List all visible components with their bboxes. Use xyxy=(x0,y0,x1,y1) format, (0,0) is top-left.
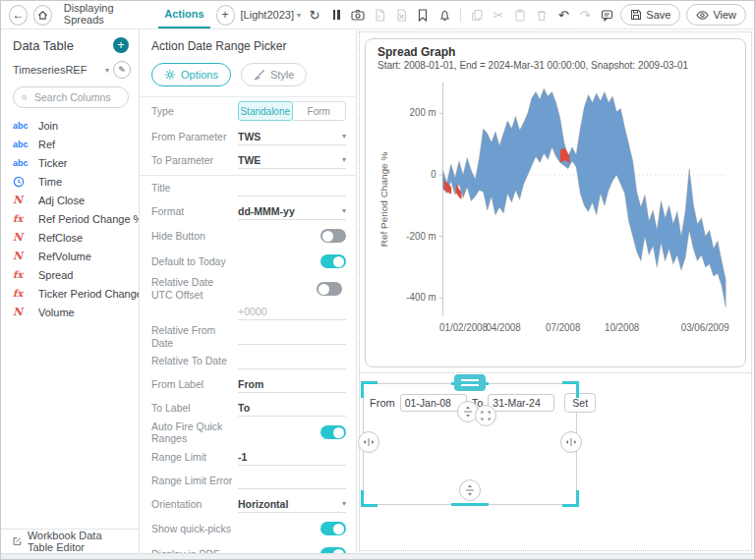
chevron-down-icon: ▾ xyxy=(342,155,346,164)
home-button[interactable] xyxy=(33,5,52,26)
relative-to-date-input[interactable] xyxy=(238,353,346,369)
selection-corner xyxy=(562,381,579,398)
paste-button xyxy=(512,6,528,24)
horizontal-scrollbar-track[interactable] xyxy=(1,553,754,559)
search-icon xyxy=(22,92,28,103)
svg-text:A: A xyxy=(378,15,380,20)
tab-style[interactable]: Style xyxy=(241,63,307,86)
column-item-volume[interactable]: NVolume xyxy=(1,303,139,321)
search-columns-input[interactable] xyxy=(32,90,120,104)
relative-date-utc-offset-toggle[interactable] xyxy=(317,282,342,296)
date-range-picker-part[interactable]: From To Set xyxy=(363,383,577,505)
numeric-column-icon: N xyxy=(13,250,32,262)
type-option-standalone[interactable]: Standalone xyxy=(238,101,293,121)
column-item-refvolume[interactable]: NRefVolume xyxy=(1,247,139,265)
to-date-input[interactable] xyxy=(488,394,554,412)
chevron-down-icon: ▾ xyxy=(342,132,346,140)
tab-actions[interactable]: Actions xyxy=(158,1,209,28)
from-label-input[interactable] xyxy=(238,376,346,393)
snapshot-button[interactable] xyxy=(350,6,366,24)
chevron-down-icon: ▾ xyxy=(342,206,346,215)
move-handle[interactable] xyxy=(454,374,486,391)
add-dashboard-button[interactable]: + xyxy=(216,5,235,26)
default-to-today-toggle[interactable] xyxy=(320,254,346,268)
field-title: Title xyxy=(140,176,356,199)
back-button[interactable]: ← xyxy=(9,5,28,26)
search-columns-box[interactable] xyxy=(13,86,129,108)
svg-text:01/02/2008: 01/02/2008 xyxy=(439,322,488,333)
bell-icon xyxy=(438,9,451,22)
column-item-time[interactable]: Time xyxy=(1,172,139,191)
bookmark-button[interactable] xyxy=(415,6,431,24)
range-limit-error-input[interactable] xyxy=(238,473,346,489)
column-item-refclose[interactable]: NRefClose xyxy=(1,228,139,247)
from-label: From xyxy=(370,397,395,409)
comment-icon xyxy=(601,9,613,22)
pause-button[interactable] xyxy=(328,6,344,24)
column-item-ticker-period-change[interactable]: fxTicker Period Change % xyxy=(1,284,139,303)
theme-selector[interactable]: [Light2023] ▾ xyxy=(241,9,301,21)
tab-displaying-spreads[interactable]: Displaying Spreads xyxy=(58,1,152,28)
add-data-table-button[interactable]: + xyxy=(113,37,129,53)
notifications-button[interactable] xyxy=(436,6,452,24)
data-table-title: Data Table xyxy=(13,38,74,53)
column-item-adj-close[interactable]: NAdj Close xyxy=(1,191,139,209)
to-parameter-select[interactable]: TWE▾ xyxy=(238,151,346,169)
chevron-down-icon[interactable]: ▾ xyxy=(105,66,109,75)
save-icon xyxy=(630,9,642,21)
spread-graph-card[interactable]: Spread Graph Start: 2008-01-01, End = 20… xyxy=(365,38,746,367)
save-label: Save xyxy=(646,9,670,21)
field-range-limit: Range Limit xyxy=(140,445,356,469)
column-item-ref-period-change[interactable]: fxRef Period Change % xyxy=(1,209,139,228)
eye-icon xyxy=(696,10,709,21)
data-table-name[interactable]: TimeseriesREF xyxy=(13,64,101,76)
field-auto-fire-quick-ranges: Auto Fire Quick Ranges xyxy=(140,420,356,445)
format-select[interactable]: dd-MMM-yy▾ xyxy=(238,202,346,220)
maximize-handle[interactable] xyxy=(475,405,496,426)
text-column-icon: abc xyxy=(13,140,32,149)
plus-icon: + xyxy=(117,38,124,52)
to-label-input[interactable] xyxy=(238,400,346,417)
split-bottom-handle[interactable] xyxy=(459,479,481,501)
split-horizontal-icon xyxy=(565,437,577,447)
column-item-join[interactable]: abcJoin xyxy=(1,116,139,135)
orientation-select[interactable]: Horizontal▾ xyxy=(238,495,346,513)
field-orientation: Orientation Horizontal▾ xyxy=(140,492,356,516)
svg-text:04/2008: 04/2008 xyxy=(486,322,521,333)
workbook-data-table-editor-button[interactable]: Workbook Data Table Editor xyxy=(1,529,139,553)
display-in-pdf-toggle[interactable] xyxy=(320,547,346,553)
comments-button[interactable] xyxy=(599,6,614,24)
column-item-spread[interactable]: fxSpread xyxy=(1,265,139,284)
utc-offset-input[interactable] xyxy=(238,304,346,320)
resize-left-handle[interactable] xyxy=(358,431,379,453)
range-limit-input[interactable] xyxy=(238,449,346,466)
refresh-button[interactable]: ↻ xyxy=(307,6,322,24)
from-parameter-select[interactable]: TWS▾ xyxy=(238,128,346,145)
field-type: Type Standalone Form xyxy=(140,97,356,125)
text-column-icon: abc xyxy=(13,158,32,168)
field-to-parameter: To Parameter TWE▾ xyxy=(140,148,356,172)
auto-fire-quick-ranges-toggle[interactable] xyxy=(320,425,346,439)
edit-data-table-button[interactable]: ✎ xyxy=(113,61,131,79)
hide-button-toggle[interactable] xyxy=(320,229,346,243)
resize-right-handle[interactable] xyxy=(560,431,582,453)
title-input[interactable] xyxy=(238,180,346,196)
show-quick-picks-toggle[interactable] xyxy=(320,522,346,535)
type-option-form[interactable]: Form xyxy=(293,101,347,121)
bottom-edge-handle[interactable] xyxy=(451,503,489,506)
field-to-label: To Label xyxy=(140,396,356,420)
tab-options[interactable]: Options xyxy=(151,63,231,86)
spread-graph-chart[interactable]: 200 m0-200 m-400 m01/02/200804/200807/20… xyxy=(378,71,733,348)
export-excel-button xyxy=(393,6,409,24)
view-button[interactable]: View xyxy=(686,4,746,26)
picker-zone: From To Set xyxy=(359,373,752,551)
column-item-ref[interactable]: abcRef xyxy=(1,135,139,153)
save-button[interactable]: Save xyxy=(620,4,680,26)
back-icon: ← xyxy=(12,9,24,21)
relative-from-date-input[interactable] xyxy=(238,328,346,345)
field-range-limit-error: Range Limit Error xyxy=(140,469,356,492)
undo-button[interactable]: ↶ xyxy=(555,6,571,24)
svg-text:07/2008: 07/2008 xyxy=(546,322,581,333)
delete-button xyxy=(534,6,550,24)
column-item-ticker[interactable]: abcTicker xyxy=(1,153,139,172)
